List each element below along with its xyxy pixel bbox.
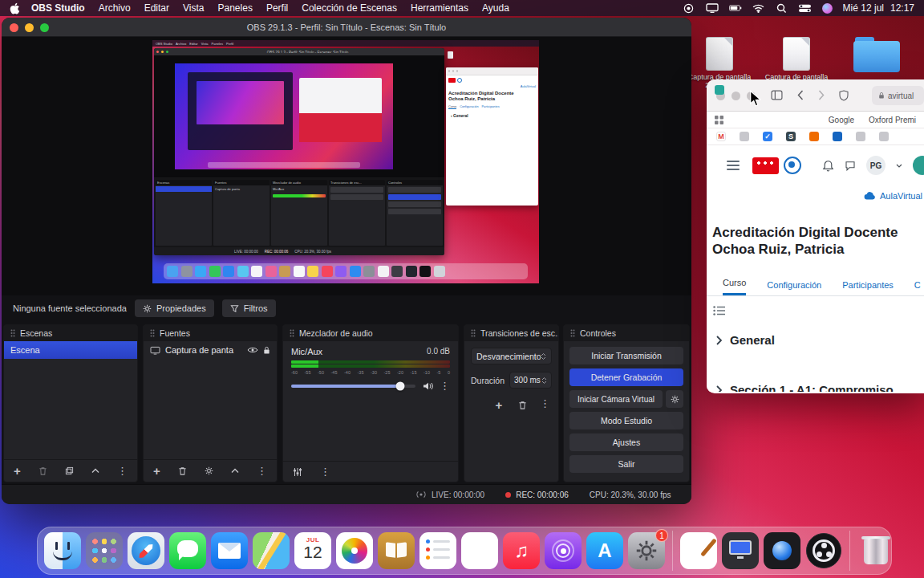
minimize-button[interactable] [25,23,34,32]
menu-herramientas[interactable]: Herramientas [411,2,468,14]
mixer-more-button[interactable]: ⋮ [320,466,330,477]
speaker-icon[interactable] [422,381,433,391]
start-streaming-button[interactable]: Iniciar Transmisión [569,347,683,364]
secondary-avatar[interactable] [913,156,924,175]
bookmark-favicon[interactable] [715,85,724,95]
remove-source-button[interactable] [178,466,187,476]
desktop-folder-icon[interactable] [853,37,900,72]
source-list-item[interactable]: Captura de panta [144,341,277,359]
podcasts-dock-icon[interactable] [545,532,582,569]
maps-dock-icon[interactable] [253,532,290,569]
obs-dock-icon[interactable] [805,532,842,569]
controls-panel-header[interactable]: Controles [564,325,689,341]
sources-more-button[interactable]: ⋮ [257,466,267,476]
calendar-dock-icon[interactable]: JUL 12 [294,532,331,569]
aula-virtual-link[interactable]: AulaVirtual [864,191,922,201]
scene-list-item[interactable]: Escena [4,341,137,359]
transitions-panel-header[interactable]: Transiciones de esc... [464,325,558,341]
battery-icon[interactable] [729,2,742,14]
zoom-button[interactable] [40,23,49,32]
studio-mode-button[interactable]: Modo Estudio [569,412,683,429]
messages-bubble-icon[interactable] [845,161,856,171]
scenes-panel-header[interactable]: Escenas [4,325,137,341]
eye-icon[interactable] [247,347,258,353]
trash-dock-icon[interactable] [857,532,894,569]
bookmark-favicon[interactable] [833,132,842,141]
remove-transition-button[interactable] [518,398,527,412]
browser-toolbar[interactable]: avirtual [707,79,924,112]
course-index-icon[interactable] [712,304,727,317]
launchpad-dock-icon[interactable] [86,532,123,569]
transition-select[interactable]: Desvanecimiento [471,348,552,364]
add-transition-button[interactable]: + [496,398,503,412]
user-avatar[interactable]: PG [866,156,886,175]
sources-panel-header[interactable]: Fuentes [144,325,277,341]
favorite-oxford[interactable]: Oxford Premi [869,116,916,124]
desktop-file-screenshot-2[interactable]: Captura de pantalla [762,37,831,81]
comunidad-madrid-logo[interactable] [752,157,779,174]
menu-archivo[interactable]: Archivo [99,2,131,14]
volume-slider[interactable] [291,385,415,388]
bookmark-favicon[interactable] [809,132,819,141]
mixer-panel-header[interactable]: Mezclador de audio [283,325,458,341]
bookmark-favicon[interactable] [879,132,889,141]
address-bar[interactable]: avirtual [872,86,924,105]
finder-dock-icon[interactable] [44,532,81,569]
obs-titlebar[interactable]: OBS 29.1.3 - Perfil: Sin Título - Escena… [2,18,691,37]
menu-ayuda[interactable]: Ayuda [482,2,509,14]
bookmark-favicon[interactable] [740,132,749,141]
reminders-dock-icon[interactable] [419,532,456,569]
add-source-button[interactable]: + [153,465,160,477]
transitions-more-button[interactable]: ⋮ [540,398,550,409]
advanced-audio-button[interactable] [293,467,302,477]
photos-dock-icon[interactable] [336,532,373,569]
bookmark-favicon[interactable]: S [786,132,796,141]
menubar-time[interactable]: 12:17 [890,2,914,14]
textedit-dock-icon[interactable] [680,532,717,569]
mail-dock-icon[interactable] [211,532,248,569]
tab-configuracion[interactable]: Configuración [767,280,821,295]
scenes-more-button[interactable]: ⋮ [117,466,128,476]
hamburger-menu-icon[interactable] [727,161,740,170]
properties-button[interactable]: Propiedades [135,299,214,317]
minimize-button[interactable] [732,92,740,100]
menu-paneles[interactable]: Paneles [218,2,253,14]
apple-menu-icon[interactable] [10,2,20,14]
back-icon[interactable] [797,90,804,100]
bookmark-favicon[interactable]: ✓ [763,132,772,141]
exit-button[interactable]: Salir [569,455,683,473]
forward-icon[interactable] [818,90,825,100]
remove-scene-button[interactable] [38,466,47,476]
start-virtual-camera-button[interactable]: Iniciar Cámara Virtual [569,390,663,408]
menubar-app-name[interactable]: OBS Studio [31,2,85,14]
safari-dock-icon[interactable] [128,532,164,569]
section-1[interactable]: Sección 1 - A1: Compromiso [716,383,894,392]
messages-dock-icon[interactable] [169,532,206,569]
settings-button[interactable]: Ajustes [569,434,683,451]
close-button[interactable] [10,23,18,32]
obs-program-preview[interactable]: OBS StudioArchivoEditarVistaPanelesPerfi… [152,40,539,283]
tab-truncated[interactable]: C [914,280,921,295]
mixer-channel-menu-button[interactable]: ⋮ [440,381,450,391]
bookmark-favicon[interactable]: M [716,132,726,141]
menu-editar[interactable]: Editar [144,2,169,14]
music-dock-icon[interactable]: ♫ [503,532,540,569]
menu-coleccion[interactable]: Colección de Escenas [302,2,397,14]
screen-app-dock-icon[interactable] [722,532,759,569]
favorite-google[interactable]: Google [829,116,854,124]
lock-icon[interactable] [263,346,270,355]
system-settings-dock-icon[interactable]: 1 [628,532,665,569]
menu-vista[interactable]: Vista [183,2,204,14]
siri-icon[interactable] [822,3,833,14]
educamadrid-logo[interactable] [784,157,801,174]
wifi-icon[interactable] [752,2,765,14]
control-center-icon[interactable] [799,2,812,14]
notifications-bell-icon[interactable] [822,160,834,172]
menu-perfil[interactable]: Perfil [266,2,288,14]
move-source-up-button[interactable] [231,468,239,474]
duplicate-scene-button[interactable] [65,466,74,475]
menubar-date[interactable]: Mié 12 jul [843,2,884,14]
source-properties-button[interactable] [205,466,213,475]
search-icon[interactable] [776,2,788,14]
tab-participantes[interactable]: Participantes [842,280,894,295]
